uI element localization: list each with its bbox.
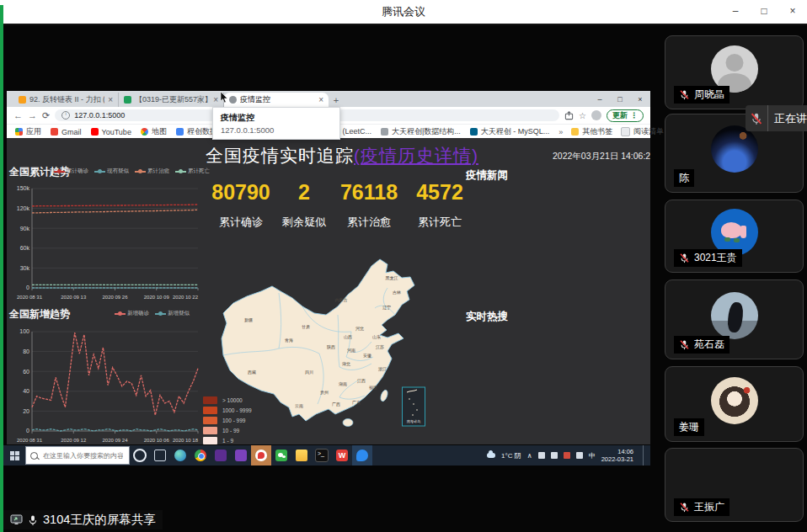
province-label: 内蒙古 [335, 297, 348, 302]
task-view-button[interactable] [150, 445, 170, 466]
chrome-update-button[interactable]: 更新 ⋮ [607, 109, 644, 122]
tab-close-icon[interactable]: × [318, 95, 323, 104]
site-info-icon[interactable] [61, 111, 70, 120]
browser-tab[interactable]: 【0319-已更新557家】先进企业× [119, 93, 224, 107]
wps-icon: W [336, 450, 348, 461]
participant-name: 苑石磊 [694, 338, 724, 352]
tray-time: 14:06 [617, 448, 633, 455]
wps-taskbar-button[interactable]: W [332, 445, 352, 466]
history-detail-link[interactable]: (疫情历史详情) [354, 146, 478, 165]
bookmark-item[interactable]: 阅读清单 [621, 126, 664, 137]
taskbar-search[interactable] [25, 446, 130, 465]
purple-taskbar-button[interactable] [231, 445, 251, 466]
bookmarks-right: » 其他书签阅读清单 [558, 126, 664, 137]
weather-label[interactable]: 1°C 阴 [501, 451, 521, 460]
svg-text:2020 09 24: 2020 09 24 [102, 438, 128, 443]
svg-text:0: 0 [26, 428, 29, 434]
svg-text:40: 40 [23, 388, 29, 394]
legend-label: 累计确诊 [67, 168, 88, 175]
edge-taskbar-button[interactable] [170, 445, 190, 466]
meeting-taskbar-button[interactable] [352, 445, 372, 466]
share-icon[interactable] [564, 111, 574, 120]
task-view-icon [154, 450, 166, 461]
legend-item[interactable]: 新增疑似 [155, 310, 190, 317]
taiwan-island [379, 389, 388, 402]
participant-tile[interactable]: 姜珊 [665, 366, 804, 442]
profile-avatar[interactable] [591, 110, 601, 120]
notification-icon[interactable] [564, 452, 570, 459]
bookmark-item[interactable]: 其他书签 [571, 126, 612, 137]
vscode-taskbar-button[interactable] [211, 445, 231, 466]
search-input[interactable] [41, 451, 125, 460]
stat-value: 2 [276, 180, 332, 205]
legend-item[interactable]: 累计死亡 [175, 168, 210, 175]
new-tab-button[interactable]: + [329, 93, 344, 107]
battery-icon[interactable] [551, 452, 558, 459]
browser-tab[interactable]: 疫情监控× [224, 93, 329, 107]
network-icon[interactable] [538, 452, 545, 459]
forward-icon[interactable]: → [28, 110, 37, 120]
participant-tile[interactable]: 3021王贵 [665, 200, 804, 273]
participant-tile[interactable]: 周晓晶 [665, 35, 804, 109]
reload-icon[interactable]: ⟳ [42, 110, 50, 121]
start-button[interactable] [3, 445, 25, 466]
tab-close-icon[interactable]: × [108, 95, 113, 104]
province-label: 贵州 [320, 390, 329, 395]
bookmark-item[interactable]: 大天程创 - MySQL... [470, 126, 550, 137]
browser-minimize-button[interactable]: – [590, 95, 610, 104]
tab-close-icon[interactable]: × [213, 95, 218, 104]
wechat-taskbar-button[interactable] [271, 445, 291, 466]
participant-name-chip: 3021王贵 [674, 249, 742, 267]
earth-photo-avatar [711, 125, 758, 173]
cortana-button[interactable] [130, 445, 150, 466]
music-taskbar-button[interactable] [251, 445, 271, 466]
ime-indicator[interactable]: 中 [589, 451, 596, 460]
legend-label: 累计治愈 [147, 168, 169, 175]
legend-marker [54, 171, 65, 173]
legend-item[interactable]: 累计治愈 [135, 168, 169, 175]
volume-icon[interactable] [576, 452, 583, 459]
minimize-button[interactable]: – [721, 0, 750, 22]
tab-title: 【0319-已更新557家】先进企业 [135, 94, 210, 105]
toast-text: 正在讲 [768, 111, 807, 126]
bookmark-item[interactable]: 地图 [141, 126, 167, 137]
bookmark-item[interactable]: YouTube [91, 128, 131, 136]
map-legend-row: 1000 - 9999 [203, 405, 252, 415]
bookmarks-overflow-icon[interactable]: » [558, 128, 563, 136]
legend-item[interactable]: 新增确诊 [115, 310, 149, 317]
maximize-button[interactable]: □ [750, 0, 778, 22]
browser-close-button[interactable]: × [630, 95, 650, 104]
browser-tab[interactable]: 92. 反转链表 II - 力扣 (LeetCod...× [13, 93, 119, 107]
tray-chevron-icon[interactable]: ∧ [527, 452, 532, 460]
participant-tile[interactable]: 苑石磊 [665, 279, 804, 359]
participant-tile[interactable]: 王振广 [665, 448, 804, 522]
legend-item[interactable]: 现有疑似 [94, 168, 129, 175]
mic-on-icon [27, 514, 39, 526]
show-desktop-button[interactable] [643, 445, 647, 466]
back-icon[interactable]: ← [13, 110, 23, 120]
svg-text:0: 0 [26, 285, 29, 290]
bookmark-item[interactable]: Gmail [51, 128, 82, 136]
bluedoc-icon [176, 128, 184, 136]
clock[interactable]: 14:06 2022-03-21 [601, 448, 633, 464]
bookmark-item[interactable]: 应用 [15, 126, 41, 137]
legend-label: 新增疑似 [168, 310, 190, 317]
terminal-icon [315, 449, 329, 462]
bookmark-item[interactable]: 大天程创|数据结构... [381, 126, 461, 137]
close-button[interactable]: × [778, 0, 807, 22]
apps-icon [15, 128, 23, 136]
map-legend-label: 10 - 99 [222, 428, 239, 434]
legend-marker [175, 171, 186, 173]
muted-mic-icon [679, 253, 690, 263]
svg-text:2020 10 22: 2020 10 22 [173, 295, 199, 300]
terminal-taskbar-button[interactable] [312, 445, 332, 466]
svg-text:2020 10 18: 2020 10 18 [173, 438, 199, 443]
mysql-icon [470, 128, 478, 136]
province-label: 河北 [355, 326, 364, 332]
browser-maximize-button[interactable]: □ [610, 95, 630, 104]
chrome-taskbar-button[interactable] [190, 445, 211, 466]
legend-item[interactable]: 累计确诊 [54, 168, 88, 175]
map-legend-label: 100 - 999 [222, 418, 245, 423]
explorer-taskbar-button[interactable] [291, 445, 312, 466]
bookmark-star-icon[interactable]: ☆ [579, 111, 586, 120]
